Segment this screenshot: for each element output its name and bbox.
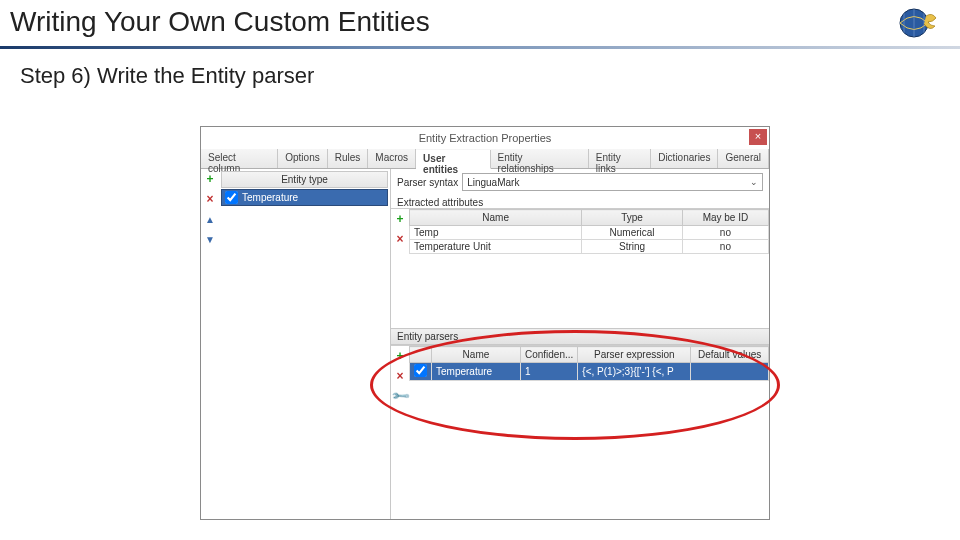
cell-name[interactable]: Temperature Unit [410,240,582,254]
cell-id[interactable]: no [682,240,768,254]
col-name[interactable]: Name [432,347,521,363]
tab-user-entities[interactable]: User entities [416,150,491,169]
cell-defaults[interactable] [691,363,769,381]
plus-icon[interactable]: + [393,350,407,364]
plus-icon[interactable]: + [393,213,407,227]
dialog-title: Entity Extraction Properties [419,132,552,144]
col-name[interactable]: Name [410,210,582,226]
entity-type-header: Entity type [221,171,388,188]
parser-syntax-label: Parser syntax [397,177,458,188]
tab-dictionaries[interactable]: Dictionaries [651,149,718,168]
entity-extraction-dialog: Entity Extraction Properties × Select co… [200,126,770,520]
cell-name[interactable]: Temperature [432,363,521,381]
col-check[interactable] [410,347,432,363]
entity-row-selected[interactable]: Temperature [221,189,388,206]
chevron-down-icon: ⌄ [750,177,758,187]
col-maybeid[interactable]: May be ID [682,210,768,226]
tab-select-column[interactable]: Select column [201,149,278,168]
company-logo [896,6,942,40]
wrench-icon[interactable]: 🔧 [393,390,407,404]
col-conf[interactable]: Confiden... [520,347,577,363]
tab-general[interactable]: General [718,149,769,168]
parser-row[interactable]: Temperature 1 {<, P(1)>;3}{['-'] {<, P [410,363,769,381]
attributes-table: Name Type May be ID Temp Numerical no [409,209,769,254]
delete-icon[interactable]: × [393,370,407,384]
parser-syntax-value: LinguaMark [467,177,519,188]
entity-parsers-label: Entity parsers [391,328,769,345]
table-row[interactable]: Temp Numerical no [410,226,769,240]
delete-icon[interactable]: × [393,233,407,247]
tab-macros[interactable]: Macros [368,149,416,168]
col-expr[interactable]: Parser expression [578,347,691,363]
parsers-table: Name Confiden... Parser expression Defau… [409,346,769,381]
tab-entity-relationships[interactable]: Entity relationships [491,149,589,168]
tab-options[interactable]: Options [278,149,327,168]
dialog-tabs: Select column Options Rules Macros User … [201,149,769,169]
slide-title: Writing Your Own Custom Entities [0,0,960,49]
tab-entity-links[interactable]: Entity links [589,149,651,168]
cell-name[interactable]: Temp [410,226,582,240]
entity-type-panel: + × ▲ ▼ Entity type Temperature [201,169,391,519]
cell-type[interactable]: Numerical [582,226,683,240]
dialog-titlebar: Entity Extraction Properties × [201,127,769,149]
arrow-up-icon[interactable]: ▲ [203,213,217,227]
cell-expr[interactable]: {<, P(1)>;3}{['-'] {<, P [578,363,691,381]
cell-type[interactable]: String [582,240,683,254]
extracted-attributes-label: Extracted attributes [391,195,769,208]
parser-checkbox[interactable] [414,364,427,377]
entity-checkbox[interactable] [225,191,238,204]
slide-subtitle: Step 6) Write the Entity parser [20,63,960,89]
tab-rules[interactable]: Rules [328,149,369,168]
table-row[interactable]: Temperature Unit String no [410,240,769,254]
close-button[interactable]: × [749,129,767,145]
cell-id[interactable]: no [682,226,768,240]
plus-icon[interactable]: + [203,173,217,187]
delete-icon[interactable]: × [203,193,217,207]
arrow-down-icon[interactable]: ▼ [203,233,217,247]
entity-name: Temperature [242,192,298,203]
entity-detail-panel: Parser syntax LinguaMark ⌄ Extracted att… [391,169,769,519]
col-defaults[interactable]: Default values [691,347,769,363]
col-type[interactable]: Type [582,210,683,226]
parser-syntax-select[interactable]: LinguaMark ⌄ [462,173,763,191]
cell-conf[interactable]: 1 [520,363,577,381]
